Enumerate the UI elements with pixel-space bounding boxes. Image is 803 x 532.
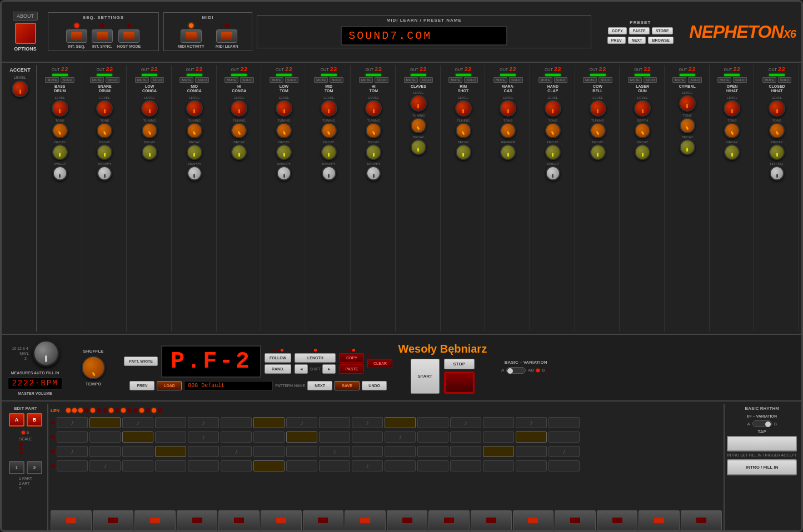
mute-btn[interactable]: MUTE xyxy=(270,77,283,83)
level-knob[interactable] xyxy=(724,100,740,117)
seq-step-3-14[interactable] xyxy=(483,446,514,457)
preset-store-button[interactable]: STORE xyxy=(652,27,673,34)
level-knob[interactable] xyxy=(455,100,472,117)
tone-knob[interactable] xyxy=(769,123,785,138)
mute-btn[interactable]: MUTE xyxy=(628,77,642,83)
solo-btn[interactable]: SOLO xyxy=(464,77,478,83)
len-dot-14[interactable] xyxy=(146,408,150,413)
seq-step-4-1[interactable] xyxy=(57,460,88,471)
solo-btn[interactable]: SOLO xyxy=(420,77,433,83)
tuning-knob[interactable] xyxy=(321,123,337,138)
step-btn-15[interactable] xyxy=(639,510,680,530)
decay-knob[interactable] xyxy=(590,144,606,160)
decay-knob[interactable] xyxy=(366,144,381,160)
decay-knob[interactable] xyxy=(545,144,561,160)
seq-step-1-9[interactable] xyxy=(319,417,350,428)
solo-btn[interactable]: SOLO xyxy=(195,77,209,83)
seq-step-3-4[interactable] xyxy=(155,446,186,457)
midi-learn-button[interactable] xyxy=(216,29,237,43)
mute-btn[interactable]: MUTE xyxy=(225,77,238,83)
seq-step-2-2[interactable] xyxy=(89,431,121,443)
seq-step-4-5[interactable] xyxy=(188,460,219,471)
decay-knob[interactable] xyxy=(680,139,695,155)
seq-step-2-10[interactable] xyxy=(352,431,383,443)
len-dot-5[interactable] xyxy=(91,408,95,413)
level-knob[interactable] xyxy=(321,100,337,117)
tuning-knob[interactable] xyxy=(411,118,426,133)
solo-btn[interactable]: SOLO xyxy=(688,77,702,83)
tuning-knob[interactable] xyxy=(187,123,202,138)
seq-step-2-16[interactable] xyxy=(548,431,580,443)
seq-step-1-3[interactable]: ♪ xyxy=(122,417,153,428)
solo-btn[interactable]: SOLO xyxy=(644,77,657,83)
solo-btn[interactable]: SOLO xyxy=(778,77,792,83)
mute-btn[interactable]: MUTE xyxy=(314,77,328,83)
mute-btn[interactable]: MUTE xyxy=(448,77,462,83)
ab-toggle-slider[interactable] xyxy=(506,367,526,374)
tuning-knob[interactable] xyxy=(231,123,247,138)
decay-knob[interactable] xyxy=(52,144,68,160)
step-btn-3[interactable] xyxy=(134,510,176,530)
level-knob[interactable] xyxy=(141,100,158,117)
tone-knob[interactable] xyxy=(97,123,112,138)
decay-knob[interactable] xyxy=(187,144,202,160)
seq-step-1-11[interactable] xyxy=(385,417,416,428)
seq-step-1-12[interactable] xyxy=(417,417,448,428)
seq-step-2-7[interactable] xyxy=(253,431,285,443)
seq-step-2-6[interactable] xyxy=(221,431,252,443)
mute-btn[interactable]: MUTE xyxy=(90,77,104,83)
step-btn-8[interactable] xyxy=(345,510,386,530)
len-dot-10[interactable] xyxy=(121,408,126,413)
decay-knob[interactable] xyxy=(456,144,471,160)
decay-knob[interactable] xyxy=(142,144,157,160)
step-btn-4[interactable] xyxy=(177,510,218,530)
solo-btn[interactable]: SOLO xyxy=(285,77,299,83)
seq-step-2-12[interactable] xyxy=(417,431,448,443)
seq-step-3-15[interactable] xyxy=(516,446,547,457)
seq-step-2-8[interactable] xyxy=(286,431,317,443)
seq-step-1-13[interactable]: ♪ xyxy=(450,417,481,428)
snappy-knob[interactable] xyxy=(366,166,381,180)
seq-step-4-6[interactable] xyxy=(221,460,252,471)
options-button[interactable] xyxy=(15,23,36,44)
mute-btn[interactable]: MUTE xyxy=(583,77,597,83)
level-knob[interactable] xyxy=(500,100,516,117)
seq-step-1-2[interactable] xyxy=(89,417,121,428)
step-btn-1[interactable] xyxy=(51,510,92,530)
len-dot-6[interactable] xyxy=(97,408,101,413)
seq-step-2-5[interactable]: ♪ xyxy=(188,431,219,443)
seq-step-3-5[interactable] xyxy=(188,446,219,457)
solo-btn[interactable]: SOLO xyxy=(554,77,568,83)
seq-step-4-12[interactable] xyxy=(417,460,448,471)
level-knob[interactable] xyxy=(634,100,651,117)
seq-step-4-14[interactable] xyxy=(483,460,514,471)
seq-step-1-7[interactable] xyxy=(253,417,285,428)
len-dot-7[interactable] xyxy=(103,408,107,413)
level-knob[interactable] xyxy=(410,95,427,112)
level-knob[interactable] xyxy=(276,100,292,117)
decay-knob[interactable] xyxy=(411,139,426,155)
solo-btn[interactable]: SOLO xyxy=(733,77,747,83)
solo-btn[interactable]: SOLO xyxy=(240,77,254,83)
step-btn-5[interactable] xyxy=(218,510,260,530)
level-knob[interactable] xyxy=(231,100,247,117)
seq-step-4-15[interactable] xyxy=(516,460,547,471)
accent-level-knob[interactable] xyxy=(12,81,28,97)
decay-knob[interactable] xyxy=(276,144,292,160)
step-btn-12[interactable] xyxy=(513,510,554,530)
midi-activity-button[interactable] xyxy=(181,29,202,43)
seq-step-3-1[interactable]: ♪ xyxy=(57,446,88,457)
seq-step-4-11[interactable] xyxy=(385,460,416,471)
seq-step-2-3[interactable] xyxy=(122,431,153,443)
tuning-knob[interactable] xyxy=(276,123,292,138)
depth-knob[interactable] xyxy=(635,123,650,138)
step-btn-2[interactable] xyxy=(93,510,134,530)
seq-step-2-11[interactable]: ♪ xyxy=(385,431,416,443)
seq-step-2-9[interactable] xyxy=(319,431,350,443)
mute-btn[interactable]: MUTE xyxy=(762,77,776,83)
seq-step-3-16[interactable]: ♪ xyxy=(548,446,580,457)
part-a-button[interactable]: A xyxy=(9,413,24,426)
seq-step-4-8[interactable] xyxy=(286,460,317,471)
decay-knob[interactable] xyxy=(231,144,247,160)
ifv-toggle[interactable] xyxy=(752,420,772,427)
